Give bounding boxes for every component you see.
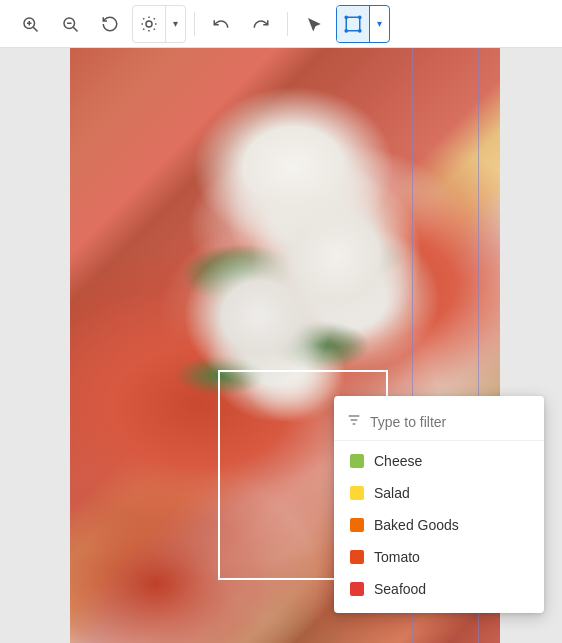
baked-goods-color-swatch [350, 518, 364, 532]
separator-1 [194, 12, 195, 36]
seafood-label: Seafood [374, 581, 426, 597]
svg-point-18 [359, 16, 361, 18]
separator-2 [287, 12, 288, 36]
svg-line-14 [143, 28, 144, 29]
salad-label: Salad [374, 485, 410, 501]
bbox-button[interactable] [337, 6, 369, 42]
brightness-group: ▾ [132, 5, 186, 43]
canvas-area[interactable]: Cheese Salad Baked Goods Tomato Seafood [0, 48, 562, 643]
svg-line-10 [143, 18, 144, 19]
filter-input[interactable] [370, 414, 528, 430]
redo-button[interactable] [243, 6, 279, 42]
tomato-label: Tomato [374, 549, 420, 565]
rotate-button[interactable] [92, 6, 128, 42]
svg-point-7 [146, 21, 152, 27]
label-item-cheese[interactable]: Cheese [334, 445, 544, 477]
tomato-color-swatch [350, 550, 364, 564]
svg-line-11 [154, 28, 155, 29]
cheese-label: Cheese [374, 453, 422, 469]
label-item-salad[interactable]: Salad [334, 477, 544, 509]
bbox-group: ▾ [336, 5, 390, 43]
baked-goods-label: Baked Goods [374, 517, 459, 533]
svg-point-19 [345, 29, 347, 31]
seafood-color-swatch [350, 582, 364, 596]
svg-rect-16 [346, 17, 360, 31]
brightness-button[interactable] [133, 6, 165, 42]
label-dropdown: Cheese Salad Baked Goods Tomato Seafood [334, 396, 544, 613]
label-item-tomato[interactable]: Tomato [334, 541, 544, 573]
filter-row [334, 404, 544, 441]
label-item-baked-goods[interactable]: Baked Goods [334, 509, 544, 541]
svg-point-17 [345, 16, 347, 18]
svg-line-1 [33, 27, 37, 31]
toolbar: ▾ ▾ [0, 0, 562, 48]
svg-line-15 [154, 18, 155, 19]
cheese-color-swatch [350, 454, 364, 468]
svg-point-20 [359, 29, 361, 31]
salad-color-swatch [350, 486, 364, 500]
svg-line-5 [73, 27, 77, 31]
select-button[interactable] [296, 6, 332, 42]
zoom-out-button[interactable] [52, 6, 88, 42]
brightness-dropdown-arrow[interactable]: ▾ [165, 6, 185, 42]
zoom-in-button[interactable] [12, 6, 48, 42]
label-item-seafood[interactable]: Seafood [334, 573, 544, 605]
undo-button[interactable] [203, 6, 239, 42]
bbox-dropdown-arrow[interactable]: ▾ [369, 6, 389, 42]
filter-icon [346, 412, 362, 432]
